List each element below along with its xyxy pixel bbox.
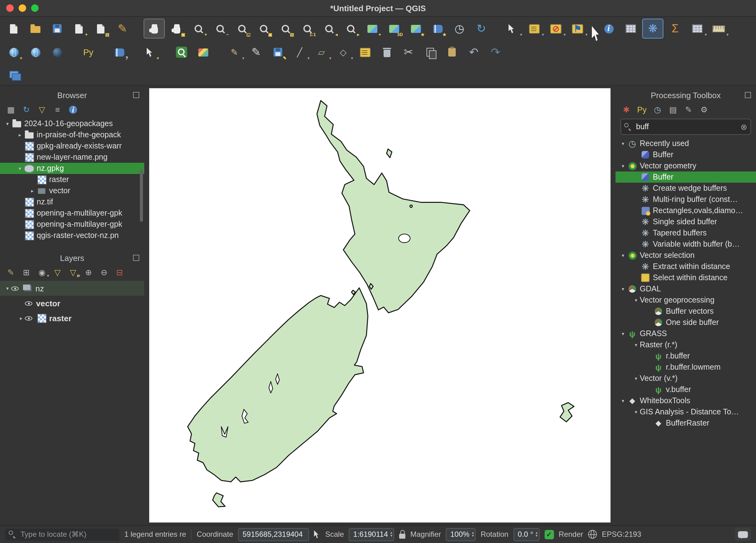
zoom-to-layer-button[interactable]: ▤: [275, 19, 295, 38]
browser-item-opening-multilayer-1[interactable]: opening-a-multilayer-gpk: [0, 208, 144, 219]
new-project-button[interactable]: [4, 19, 24, 38]
layers-filter-expression-button[interactable]: ▽ ε: [66, 266, 80, 278]
whats-this-button[interactable]: +: [141, 43, 160, 62]
toolbox-item-rectangles-ovals[interactable]: Rectangles,ovals,diamo…: [615, 205, 756, 216]
spinner-arrows-icon[interactable]: ▴▾: [536, 531, 537, 537]
toolbox-item-single-sided-buffer[interactable]: Single sided buffer: [615, 216, 756, 228]
expand-arrow-icon[interactable]: ▾: [632, 342, 640, 347]
expand-arrow-icon[interactable]: ▾: [4, 121, 11, 127]
undo-button[interactable]: ↶: [464, 43, 484, 62]
save-project-button[interactable]: [47, 19, 67, 38]
save-edits-button[interactable]: ✎: [268, 43, 288, 62]
toolbox-cat-wbt-gis-analysis[interactable]: ▾ GIS Analysis - Distance To…: [615, 406, 756, 417]
toolbox-item-r-buffer-lowmem[interactable]: r.buffer.lowmem: [615, 361, 756, 373]
processing-toolbox-toggle[interactable]: ❋: [642, 19, 663, 39]
zoom-to-selection-button[interactable]: ▣: [254, 19, 274, 38]
spinner-arrows-icon[interactable]: ▴▾: [472, 531, 474, 537]
zoom-out-button[interactable]: −: [210, 19, 230, 38]
new-3d-map-view-button[interactable]: 3D: [384, 19, 404, 38]
statistical-summary-button[interactable]: Σ: [665, 19, 685, 38]
globe-search-button[interactable]: [25, 43, 45, 62]
zoom-full-extent-button[interactable]: ◱: [232, 19, 252, 38]
expand-arrow-icon[interactable]: ▾: [16, 166, 24, 171]
attribute-table-menu-button[interactable]: [687, 19, 707, 38]
coordinate-input[interactable]: [238, 528, 309, 541]
lock-scale-icon[interactable]: [399, 533, 405, 538]
crs-code[interactable]: EPSG:2193: [602, 530, 641, 539]
select-by-value-button[interactable]: [524, 19, 544, 38]
zoom-native-button[interactable]: 1:1: [297, 19, 317, 38]
toolbox-item-v-buffer[interactable]: v.buffer: [615, 384, 756, 395]
cut-features-button[interactable]: ✂: [399, 43, 418, 62]
crs-globe-icon[interactable]: [588, 530, 597, 539]
toolbox-item-variable-width-buffer[interactable]: Variable width buffer (b…: [615, 239, 756, 250]
open-attribute-table-button[interactable]: [620, 19, 640, 38]
layout-manager-button[interactable]: ▤: [91, 19, 111, 38]
layers-add-group-button[interactable]: ⊞: [19, 266, 34, 278]
show-bookmarks-button[interactable]: ★: [428, 19, 448, 38]
measure-button[interactable]: [709, 19, 729, 38]
pan-to-selection-button[interactable]: ▣: [167, 19, 187, 38]
clear-search-icon[interactable]: ⊗: [740, 122, 747, 131]
undock-icon[interactable]: [133, 255, 139, 261]
undock-icon[interactable]: [745, 92, 751, 98]
map-canvas[interactable]: [149, 88, 611, 522]
toggle-editing-button[interactable]: ✎: [246, 43, 266, 62]
toolbox-results-viewer-button[interactable]: ▤: [666, 103, 680, 116]
expand-arrow-icon[interactable]: ▾: [619, 286, 627, 292]
zoom-in-button[interactable]: +: [188, 19, 208, 38]
toolbox-cat-grass-vector[interactable]: ▾ Vector (v.*): [615, 373, 756, 384]
toolbox-item-create-wedge-buffers[interactable]: Create wedge buffers: [615, 183, 756, 194]
toolbox-cat-gdal-vector-geoprocessing[interactable]: ▾ Vector geoprocessing: [615, 294, 756, 306]
maximize-button[interactable]: [31, 4, 39, 12]
python-console-button[interactable]: Py: [78, 43, 98, 62]
temporal-controller-button[interactable]: ◷: [449, 19, 469, 38]
select-features-button[interactable]: [502, 19, 522, 38]
toolbox-item-buffer[interactable]: Buffer: [615, 172, 756, 183]
minimize-button[interactable]: [19, 4, 26, 12]
zoom-next-button[interactable]: ▸: [341, 19, 361, 38]
new-print-layout-button[interactable]: +: [69, 19, 89, 38]
visibility-checkbox[interactable]: [25, 299, 34, 307]
visibility-checkbox[interactable]: [25, 314, 34, 322]
toolbox-edit-features-button[interactable]: ✎: [681, 103, 696, 116]
browser-item-opening-multilayer-2[interactable]: opening-a-multilayer-gpk: [0, 219, 144, 230]
layers-collapse-all-button[interactable]: ⊖: [97, 266, 111, 278]
redo-button[interactable]: ↷: [486, 43, 505, 62]
select-by-location-button[interactable]: ⚑: [568, 19, 588, 38]
browser-refresh-button[interactable]: ↻: [19, 103, 34, 116]
toolbox-item-bufferraster[interactable]: BufferRaster: [615, 417, 756, 429]
digitize-button[interactable]: ╱: [290, 43, 310, 62]
browser-item-nz-gpkg-raster[interactable]: raster: [0, 174, 144, 185]
layers-filter-legend-button[interactable]: ▽: [50, 266, 65, 278]
expand-arrow-icon[interactable]: ▾: [632, 409, 640, 415]
help-button[interactable]: ?: [109, 43, 129, 62]
render-checkbox[interactable]: ✓: [544, 530, 554, 539]
toolbox-cat-grass[interactable]: ▾ GRASS: [615, 328, 756, 339]
browser-item-new-layer-name[interactable]: new-layer-name.png: [0, 152, 144, 163]
rotation-spinbox[interactable]: 0.0 ° ▴▾: [514, 528, 540, 541]
paste-features-button[interactable]: [442, 43, 462, 62]
toolbox-search-input[interactable]: [635, 122, 740, 132]
toolbox-start-button[interactable]: ✱: [619, 103, 634, 116]
expand-arrow-icon[interactable]: ▾: [619, 141, 627, 146]
expand-arrow-icon[interactable]: ▾: [619, 253, 627, 258]
toolbox-cat-whiteboxtools[interactable]: ▾ WhiteboxTools: [615, 395, 756, 406]
vertex-tool-button[interactable]: ◇: [333, 43, 353, 62]
data-source-manager-button[interactable]: [4, 65, 24, 84]
layers-expand-all-button[interactable]: ⊕: [81, 266, 96, 278]
toolbox-item-one-side-buffer[interactable]: One side buffer: [615, 317, 756, 328]
layer-group-nz[interactable]: ▾ nz: [0, 281, 144, 296]
browser-collapse-all-button[interactable]: ≡: [50, 103, 65, 116]
layers-remove-button[interactable]: ⊟: [113, 266, 127, 278]
expand-arrow-icon[interactable]: ▾: [632, 375, 640, 381]
locate-box[interactable]: [5, 528, 119, 540]
expand-arrow-icon[interactable]: ▾: [619, 398, 627, 403]
toolbox-cat-vector-selection[interactable]: ▾ Vector selection: [615, 250, 756, 261]
toolbox-cat-vector-geometry[interactable]: ▾ Vector geometry: [615, 160, 756, 172]
layer-raster[interactable]: ▸ raster: [0, 310, 144, 325]
browser-properties-button[interactable]: i: [66, 103, 80, 116]
undock-icon[interactable]: [133, 92, 139, 98]
browser-add-layer-button[interactable]: ▦: [4, 103, 18, 116]
browser-item-nz-gpkg-vector[interactable]: ▸ vector: [0, 185, 144, 196]
